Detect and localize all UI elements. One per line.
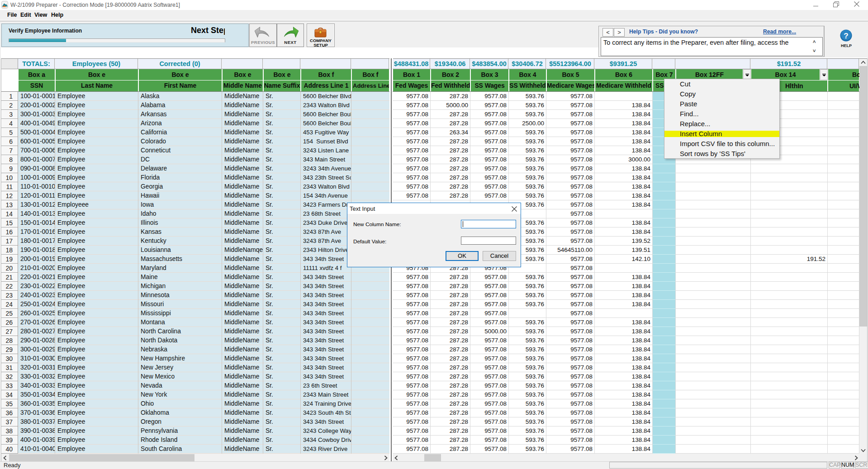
svg-text:?: ? <box>844 32 848 40</box>
